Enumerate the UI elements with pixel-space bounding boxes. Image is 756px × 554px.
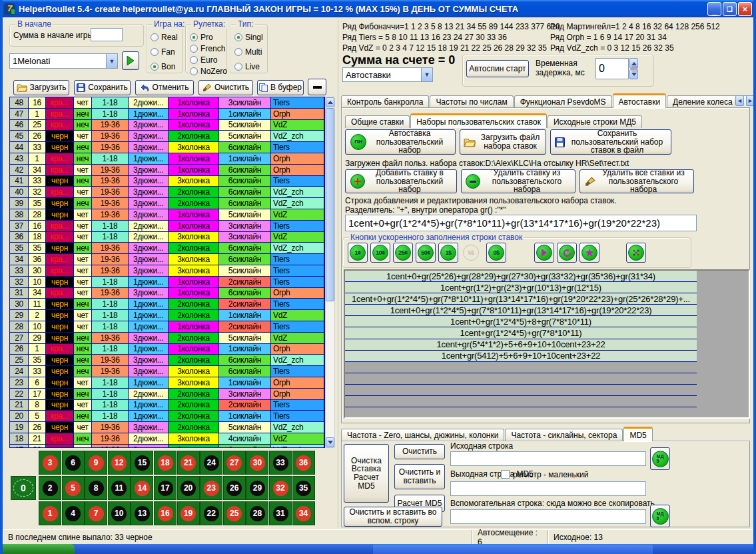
start-button[interactable] [0,544,75,554]
lowercase-checkbox[interactable] [501,470,510,479]
bet-string-row[interactable]: 1cent+0+gr(1*2*4*5)+gr(7*8*10*11)+gr(13*… [345,293,697,305]
tab-наборы-пользовательских-ставок[interactable]: Наборы пользовательских ставок [410,113,547,128]
tab-частота-zero-шансы-дюжины-колонки[interactable]: Частота - Zero, шансы, дюжины, колонки [341,429,504,441]
bet-string-empty-row[interactable] [345,362,697,373]
mode-combobox[interactable]: Автоставки ▼ [342,67,433,82]
table-row[interactable]: 3716кра...чет1-182дюжи...1колонка3сиклай… [10,221,324,232]
history-scrollbar[interactable] [325,97,335,448]
coin-button-1d[interactable]: 1$ [438,243,458,263]
board-cell-10[interactable]: 10 [108,501,131,525]
table-row[interactable]: 3618кра...чет1-182дюжи...3колонка3сиклай… [10,232,324,243]
radio-bon[interactable]: Bon [151,61,178,71]
bet-string-row[interactable]: 1cent+0+gr(1*2*4*5)+gr(7*8*10*11)+gr(13*… [345,305,697,316]
quick-random-button[interactable] [626,243,646,263]
tab-контроль-банкролла[interactable]: Контроль банкролла [341,95,429,108]
board-cell-27[interactable]: 27 [223,451,246,475]
clear-paste-aux-button[interactable]: Очистить и вставить во вспом. строку [344,507,442,527]
table-row[interactable]: 3134кра...чет19-363дюжи...1колонка6сикла… [10,288,324,299]
md5-source-button[interactable]: МД5 [650,447,670,470]
table-row[interactable]: 4816кра...чет1-182дюжи...1колонка3сиклай… [10,97,324,109]
table-row[interactable]: 1926чернчет19-363дюжи...2колонка5сиклайн… [10,422,324,433]
delay-input[interactable] [595,58,629,79]
board-cell-13[interactable]: 13 [131,501,153,525]
table-row[interactable]: 3330кра...чет19-363дюжи...3колонка5сикла… [10,265,324,277]
bet-string-empty-row[interactable] [345,385,697,396]
board-cell-18[interactable]: 18 [154,451,177,475]
aux-string-input[interactable] [450,509,646,524]
chevron-down-icon[interactable]: ▼ [106,54,117,68]
coin-button-25c[interactable]: 25¢ [393,243,413,263]
autobet-user-set-button[interactable]: ПН Автоставка пользовательский набор [345,129,456,155]
table-row[interactable]: 3436кра...чет19-363дюжи...3колонка6сикла… [10,254,324,265]
bottom-tab-bar[interactable]: Частота - Zero, шансы, дюжины, колонкиЧа… [341,427,653,441]
add-bet-button[interactable]: Добавить ставку в пользовательский набор [345,169,457,193]
table-row[interactable]: 1732кра...чет19-363дюжи...2колонка6сикла… [10,445,324,448]
bet-string-row[interactable]: 1cent+gr(1*2*4*5)+gr(7*8*10*11) [345,327,697,339]
board-cell-4[interactable]: 4 [62,501,85,525]
sub-tab-bar[interactable]: Общие ставкиНаборы пользовательских став… [345,113,643,128]
table-row[interactable]: 261кра...неч1-181дюжи...1колонка1сиклайн… [10,344,324,355]
table-row[interactable]: 4526чернчет19-363дюжи...2колонка5сиклайн… [10,131,324,142]
tab-частоты-по-числам[interactable]: Частоты по числам [430,95,513,108]
board-cell-14[interactable]: 14 [131,476,153,500]
bet-string-row[interactable]: 1cent+gr(1*2)+gr(2*3)+gr(10*13)+gr(12*15… [345,282,697,293]
spin-history-table[interactable]: 4816кра...чет1-182дюжи...1колонка3сиклай… [9,97,325,448]
board-cell-20[interactable]: 20 [177,476,200,500]
chevron-down-icon[interactable]: ▼ [421,68,432,81]
board-cell-22[interactable]: 22 [200,501,222,525]
board-cell-16[interactable]: 16 [154,501,177,525]
tabs-scroll-left-icon[interactable]: ◄ [735,95,744,106]
save-bet-file-button[interactable]: Сохранить пользовательский набор ставок … [550,129,671,155]
radio-real[interactable]: Real [151,32,178,42]
board-cell-36[interactable]: 36 [292,451,315,475]
radio-french[interactable]: French [190,43,227,53]
radio-fan[interactable]: Fan [151,47,178,57]
delete-bet-button[interactable]: Удалить ставку из пользовательского набо… [461,169,575,193]
board-cell-30[interactable]: 30 [246,451,268,475]
tab-общие-ставки[interactable]: Общие ставки [345,115,410,128]
radio-euro[interactable]: Euro [190,55,227,65]
strategy-combobox[interactable]: 1Melonati ▼ [9,53,118,69]
board-cell-34[interactable]: 34 [292,501,315,525]
table-row[interactable]: 431кра...неч1-181дюжи...1колонка1сиклайн… [10,153,324,165]
board-cell-8[interactable]: 8 [85,476,107,500]
md5-aux-button[interactable]: МД5 [650,505,670,527]
table-row[interactable]: 4625кра...неч19-363дюжи...1колонка5сикла… [10,120,324,131]
board-cell-2[interactable]: 2 [39,476,61,500]
board-cell-5[interactable]: 5 [62,476,85,500]
to-clipboard-button[interactable]: В буфер [257,80,304,95]
table-row[interactable]: 2810чернчет1-181дюжи...1колонка2сиклайнT… [10,321,324,333]
table-row[interactable]: 292чернчет1-181дюжи...2колонка1сиклайнVd… [10,310,324,321]
close-button[interactable]: × [738,2,752,16]
minimize-button[interactable]: _ [707,2,721,16]
clear-insert-calc-button[interactable]: Очистка Вставка Расчет MD5 [344,444,389,503]
bet-string-row[interactable]: 1cent+gr(5412)+5+6+9+10+10cent+23+22 [345,351,697,362]
board-cell-28[interactable]: 28 [246,501,268,525]
board-cell-29[interactable]: 29 [246,476,268,500]
board-cell-12[interactable]: 12 [108,451,131,475]
table-row[interactable]: 4234кра...чет19-363дюжи...1колонка6сикла… [10,165,324,176]
out-string-input[interactable] [450,481,646,496]
load-bet-file-button[interactable]: Загрузить файл набора ставок [460,129,546,155]
board-cell-1[interactable]: 1 [39,501,61,525]
autospin-start-button[interactable]: Автоспин старт [466,60,529,77]
run-strategy-button[interactable] [122,51,139,70]
tab-md5[interactable]: MD5 [623,427,652,441]
tab-частота-сиклайны-сектора[interactable]: Частота - сиклайны, сектора [505,429,623,441]
source-string-input[interactable] [450,451,646,466]
md5-clear-button[interactable]: Очистить [394,444,445,459]
bet-strings-list[interactable]: 1cent+0+gr(25*26)+gr(28*29)+gr(27*30)+gr… [344,269,750,419]
taskbar[interactable] [0,544,756,554]
tab-автоставки[interactable]: Автоставки [613,93,667,108]
table-row[interactable]: 3011черннеч1-181дюжи...2колонка2сиклайнT… [10,299,324,310]
board-cell-31[interactable]: 31 [269,501,292,525]
md5-clear-paste-button[interactable]: Очистить и вставить [394,464,445,489]
coin-button-0d[interactable]: 0$ [486,243,506,263]
bet-string-empty-row[interactable] [345,373,697,385]
quick-repeat-button[interactable] [557,243,577,263]
table-row[interactable]: 3935черннеч19-363дюжи...2колонка6сиклайн… [10,198,324,209]
quick-play-button[interactable] [534,243,554,263]
table-row[interactable]: 2535черннеч19-363дюжи...2колонка6сиклайн… [10,355,324,366]
bet-string-row[interactable]: 1cent+0+gr(1*2*4*5)+8+gr(7*8*10*11) [345,316,697,327]
load-button[interactable]: Загрузить [13,80,69,95]
